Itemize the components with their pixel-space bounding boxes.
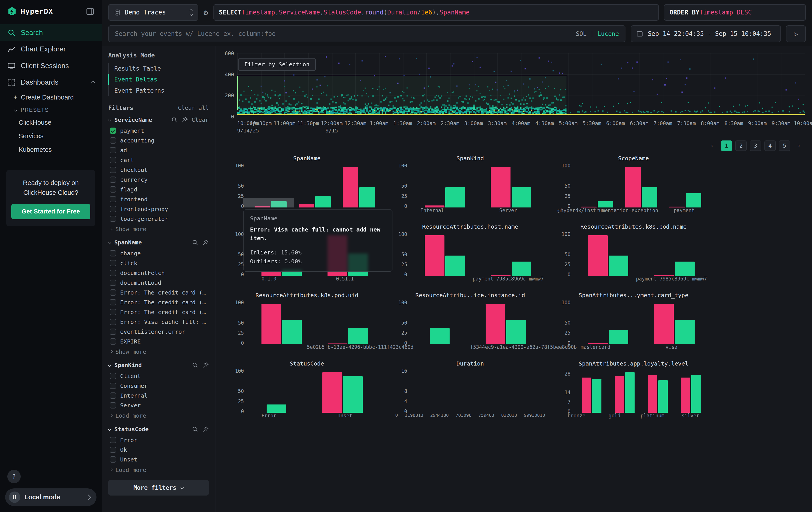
pink-bar[interactable] (343, 167, 358, 208)
chart-plot[interactable] (410, 368, 546, 413)
filter-item-error-the-credit-card[interactable]: Error: The credit card (… (108, 297, 209, 307)
checkbox[interactable] (110, 157, 116, 163)
heatmap-plot[interactable]: Filter by Selection (237, 53, 805, 116)
filter-item-consumer[interactable]: Consumer (108, 381, 209, 391)
checkbox[interactable] (110, 447, 116, 453)
green-bar[interactable] (598, 201, 613, 207)
pink-bar[interactable] (582, 378, 591, 412)
checkbox[interactable] (110, 373, 116, 379)
filter-item-documentload[interactable]: documentLoad (108, 278, 209, 288)
green-bar[interactable] (658, 380, 668, 412)
load-more-button[interactable]: Load more (108, 410, 209, 419)
filter-item-change[interactable]: change (108, 248, 209, 258)
search-icon[interactable] (171, 116, 178, 123)
preset-link-clickhouse[interactable]: ClickHouse (0, 116, 102, 129)
pink-bar[interactable] (255, 206, 270, 207)
pink-bar[interactable] (588, 235, 608, 276)
green-bar[interactable] (359, 187, 375, 208)
chart-plot[interactable] (573, 231, 709, 276)
filter-item-error[interactable]: Error (108, 435, 209, 445)
checkbox[interactable] (110, 186, 116, 193)
checkbox[interactable] (110, 329, 116, 335)
analysis-mode-event-deltas[interactable]: Event Deltas (108, 74, 209, 85)
checkbox[interactable] (110, 167, 116, 173)
show-more-button[interactable]: Show more (108, 224, 209, 233)
search-icon[interactable] (192, 426, 198, 433)
filter-item-accounting[interactable]: accounting (108, 136, 209, 145)
create-dashboard-button[interactable]: + Create Dashboard (0, 90, 102, 104)
sidebar-item-chart-explorer[interactable]: Chart Explorer (0, 41, 102, 58)
language-sql[interactable]: SQL (576, 30, 586, 37)
chart-plot[interactable] (246, 162, 383, 208)
sidebar-item-dashboards[interactable]: Dashboards (0, 74, 102, 91)
checkbox[interactable] (110, 383, 116, 389)
sidebar-collapse-icon[interactable] (86, 7, 94, 16)
filter-item-payment[interactable]: payment (108, 126, 209, 136)
filter-by-selection-button[interactable]: Filter by Selection (238, 58, 316, 71)
green-bar[interactable] (642, 187, 657, 208)
green-bar[interactable] (609, 255, 629, 276)
checkbox[interactable] (110, 147, 116, 153)
clear-all-filters-button[interactable]: Clear all (178, 104, 209, 111)
heatmap-selection-box[interactable] (237, 76, 568, 110)
green-bar[interactable] (445, 187, 465, 208)
checkbox[interactable] (110, 270, 116, 276)
filter-item-internal[interactable]: Internal (108, 391, 209, 401)
filter-item-ok[interactable]: Ok (108, 445, 209, 455)
pin-icon[interactable] (202, 426, 209, 433)
chart-plot[interactable] (246, 299, 383, 344)
checkbox[interactable] (110, 437, 116, 443)
checkbox[interactable] (110, 128, 116, 134)
pin-icon[interactable] (202, 362, 209, 369)
pink-bar[interactable] (486, 304, 505, 344)
pink-bar[interactable] (425, 206, 444, 208)
green-bar[interactable] (625, 372, 635, 413)
green-bar[interactable] (445, 255, 465, 276)
filter-item-cart[interactable]: cart (108, 155, 209, 165)
checkbox[interactable] (110, 456, 116, 463)
run-query-button[interactable]: ▷ (786, 25, 806, 42)
checkbox[interactable] (110, 309, 116, 315)
pagination-next[interactable]: › (793, 140, 805, 151)
more-filters-button[interactable]: More filters (108, 480, 209, 495)
checkbox[interactable] (110, 260, 116, 266)
checkbox[interactable] (110, 402, 116, 408)
pink-bar[interactable] (581, 207, 597, 208)
pink-bar[interactable] (491, 167, 511, 208)
green-bar[interactable] (675, 262, 695, 276)
green-bar[interactable] (512, 262, 531, 276)
pin-icon[interactable] (202, 239, 209, 246)
checkbox[interactable] (110, 196, 116, 203)
filter-item-flagd[interactable]: flagd (108, 185, 209, 194)
filter-item-frontend-proxy[interactable]: frontend-proxy (108, 204, 209, 214)
green-bar[interactable] (686, 193, 701, 208)
search-input[interactable] (109, 26, 625, 42)
pink-bar[interactable] (669, 207, 685, 208)
pink-bar[interactable] (491, 275, 511, 276)
green-bar[interactable] (675, 320, 695, 344)
checkbox[interactable] (110, 216, 116, 222)
filter-item-eventlistener-error[interactable]: eventListener.error (108, 327, 209, 336)
gear-icon[interactable]: ⚙ (203, 8, 208, 17)
sql-orderby-expression[interactable]: ORDER BY Timestamp DESC (664, 4, 806, 21)
pink-bar[interactable] (327, 344, 347, 344)
filter-item-load-generator[interactable]: load-generator (108, 214, 209, 224)
search-icon[interactable] (192, 362, 198, 369)
sidebar-item-search[interactable]: Search (0, 24, 102, 41)
filter-item-unset[interactable]: Unset (108, 455, 209, 464)
filter-item-error-visa-cache-full[interactable]: Error: Visa cache full: … (108, 317, 209, 327)
pink-bar[interactable] (615, 376, 624, 412)
get-started-button[interactable]: Get Started for Free (11, 204, 90, 219)
checkbox[interactable] (110, 279, 116, 286)
pagination-page-1[interactable]: 1 (721, 140, 732, 151)
filter-item-frontend[interactable]: frontend (108, 194, 209, 204)
chart-plot[interactable] (573, 299, 709, 344)
chart-plot[interactable] (410, 299, 546, 344)
green-bar[interactable] (343, 376, 363, 412)
pink-bar[interactable] (625, 167, 641, 208)
checkbox[interactable] (110, 319, 116, 325)
pagination-page-5[interactable]: 5 (779, 140, 790, 151)
pink-bar[interactable] (425, 235, 444, 276)
pink-bar[interactable] (261, 272, 281, 276)
pink-bar[interactable] (261, 304, 281, 344)
